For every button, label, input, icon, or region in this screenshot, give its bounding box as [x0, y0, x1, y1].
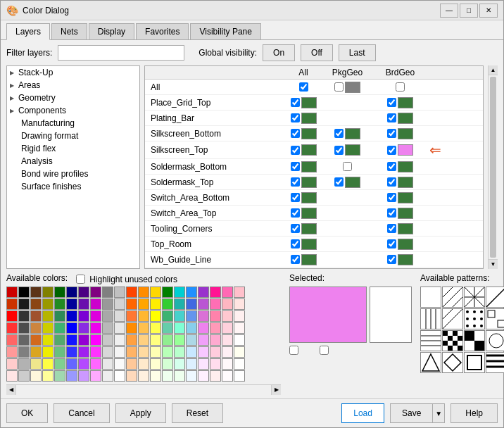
pattern-cell-7[interactable] — [464, 308, 485, 329]
visibility-off-button[interactable]: Off — [301, 44, 333, 61]
pkg-checkbox-3[interactable] — [334, 129, 344, 138]
highlight-unused-checkbox[interactable] — [76, 275, 85, 284]
brd-checkbox-0[interactable] — [396, 82, 405, 92]
brd-checkbox-11[interactable] — [387, 255, 396, 264]
pkg-checkbox-5[interactable] — [343, 162, 352, 171]
maximize-button[interactable]: □ — [460, 4, 478, 18]
selected-pattern-box[interactable] — [370, 287, 412, 343]
color-cell-4-19[interactable] — [234, 334, 245, 346]
apply-button[interactable]: Apply — [115, 403, 166, 423]
ok-button[interactable]: OK — [6, 403, 48, 423]
pattern-cell-3[interactable] — [486, 287, 504, 308]
scroll-up-button[interactable]: ▲ — [489, 65, 498, 75]
color-cell-3-10[interactable] — [126, 322, 137, 334]
color-cell-0-16[interactable] — [198, 287, 209, 298]
color-cell-7-0[interactable] — [6, 370, 18, 382]
all-color-9[interactable] — [301, 223, 317, 234]
color-cell-0-8[interactable] — [102, 287, 113, 298]
brd-checkbox-2[interactable] — [387, 113, 396, 122]
pattern-cell-15[interactable] — [420, 352, 441, 373]
color-cell-6-9[interactable] — [114, 358, 125, 370]
scroll-thumb[interactable] — [490, 77, 496, 258]
color-cell-2-9[interactable] — [114, 310, 125, 322]
color-cell-1-5[interactable] — [66, 298, 77, 310]
horizontal-scrollbar[interactable]: ◀ ▶ — [6, 384, 281, 394]
color-cell-3-12[interactable] — [150, 322, 161, 334]
pattern-cell-12[interactable] — [464, 330, 485, 351]
brd-color-5[interactable] — [398, 161, 413, 172]
pattern-cell-0[interactable] — [420, 287, 441, 308]
color-cell-7-13[interactable] — [162, 370, 173, 382]
color-cell-3-6[interactable] — [78, 322, 89, 334]
color-cell-3-15[interactable] — [186, 322, 197, 334]
color-cell-2-13[interactable] — [162, 310, 173, 322]
color-cell-3-4[interactable] — [54, 322, 65, 334]
color-cell-4-6[interactable] — [78, 334, 89, 346]
all-checkbox-11[interactable] — [291, 255, 300, 264]
color-cell-1-17[interactable] — [210, 298, 221, 310]
color-cell-1-10[interactable] — [126, 298, 137, 310]
color-cell-6-3[interactable] — [42, 358, 53, 370]
color-cell-0-10[interactable] — [126, 287, 137, 298]
brd-color-7[interactable] — [398, 192, 413, 203]
tab-display[interactable]: Display — [89, 23, 134, 39]
color-cell-2-19[interactable] — [234, 310, 245, 322]
tab-favorites[interactable]: Favorites — [136, 23, 189, 39]
color-cell-0-19[interactable] — [234, 287, 245, 298]
color-cell-5-8[interactable] — [102, 346, 113, 358]
color-cell-2-17[interactable] — [210, 310, 221, 322]
color-cell-7-10[interactable] — [126, 370, 137, 382]
all-checkbox-4[interactable] — [291, 146, 300, 155]
color-cell-2-12[interactable] — [150, 310, 161, 322]
color-cell-1-14[interactable] — [174, 298, 185, 310]
brd-checkbox-9[interactable] — [387, 224, 396, 233]
all-checkbox-6[interactable] — [291, 177, 300, 187]
color-cell-0-2[interactable] — [30, 287, 42, 298]
sidebar-item-components[interactable]: ▶ Components — [7, 104, 139, 117]
color-cell-1-13[interactable] — [162, 298, 173, 310]
color-cell-3-0[interactable] — [6, 322, 18, 334]
color-cell-6-15[interactable] — [186, 358, 197, 370]
pattern-cell-6[interactable] — [442, 308, 463, 329]
color-cell-4-2[interactable] — [30, 334, 42, 346]
color-cell-5-3[interactable] — [42, 346, 53, 358]
color-cell-2-5[interactable] — [66, 310, 77, 322]
color-cell-0-17[interactable] — [210, 287, 221, 298]
color-cell-0-13[interactable] — [162, 287, 173, 298]
color-cell-0-12[interactable] — [150, 287, 161, 298]
brd-checkbox-4[interactable] — [387, 146, 396, 155]
color-cell-0-7[interactable] — [90, 287, 101, 298]
color-cell-5-18[interactable] — [222, 346, 233, 358]
brd-color-3[interactable] — [398, 128, 413, 139]
color-cell-5-12[interactable] — [150, 346, 161, 358]
tab-nets[interactable]: Nets — [51, 23, 87, 39]
color-cell-2-2[interactable] — [30, 310, 42, 322]
pattern-cell-16[interactable] — [442, 352, 463, 373]
color-cell-3-17[interactable] — [210, 322, 221, 334]
pkg-color-0[interactable] — [345, 82, 360, 93]
color-cell-1-9[interactable] — [114, 298, 125, 310]
all-color-1[interactable] — [301, 97, 317, 108]
color-cell-0-9[interactable] — [114, 287, 125, 298]
color-cell-0-18[interactable] — [222, 287, 233, 298]
vertical-scrollbar[interactable]: ▲ ▼ — [488, 65, 498, 269]
color-cell-0-15[interactable] — [186, 287, 197, 298]
color-cell-5-16[interactable] — [198, 346, 209, 358]
pkg-checkbox-4[interactable] — [334, 146, 344, 155]
selected-color-checkbox[interactable] — [289, 346, 298, 355]
color-cell-0-0[interactable] — [6, 287, 18, 298]
color-cell-7-19[interactable] — [234, 370, 245, 382]
color-cell-2-0[interactable] — [6, 310, 18, 322]
color-cell-3-5[interactable] — [66, 322, 77, 334]
color-cell-3-19[interactable] — [234, 322, 245, 334]
brd-color-9[interactable] — [398, 223, 413, 234]
color-cell-5-14[interactable] — [174, 346, 185, 358]
color-cell-0-1[interactable] — [18, 287, 30, 298]
sidebar-item-geometry[interactable]: ▶ Geometry — [7, 92, 139, 104]
color-cell-4-11[interactable] — [138, 334, 149, 346]
save-dropdown-button[interactable]: ▼ — [432, 403, 445, 423]
all-checkbox-2[interactable] — [291, 113, 300, 122]
all-checkbox-7[interactable] — [291, 193, 300, 202]
color-cell-6-18[interactable] — [222, 358, 233, 370]
color-cell-2-11[interactable] — [138, 310, 149, 322]
